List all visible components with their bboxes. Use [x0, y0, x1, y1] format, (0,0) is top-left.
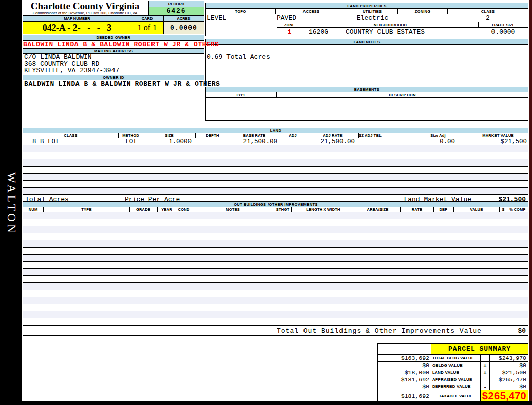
- col-topo: TOPO: [206, 9, 276, 14]
- land-adj-value: [279, 138, 307, 145]
- summary-row-total-bldg: $163,692 TOTAL BLDG VALUE $243,970: [378, 355, 528, 362]
- summary-row-obldg: $0 OBLDG VALUE + $0: [378, 362, 528, 369]
- neighborhood-name: COUNTRY CLUB ESTATES: [346, 28, 425, 36]
- summary-blank-cell: [378, 344, 431, 355]
- address-line-3: KEYSVILLE, VA 23947-3947: [24, 67, 119, 74]
- land-properties-header: LAND PROPERTIES: [206, 3, 528, 9]
- acres-label: ACRES: [164, 16, 204, 22]
- zoning-value: [398, 14, 448, 22]
- land-properties-section: LAND PROPERTIES TOPO ACCESS UTILITIES ZO…: [205, 3, 528, 36]
- land-empty-rows: [23, 145, 528, 195]
- empty-row: [23, 219, 528, 226]
- empty-row: [23, 276, 528, 283]
- right-edge-strip: [529, 0, 532, 401]
- empty-row: [23, 318, 528, 326]
- col-zoning: ZONING: [398, 9, 448, 14]
- summary-row-appraised: $181,692 APPRAISED VALUE $265,470: [378, 376, 528, 383]
- col-utilities: UTILITIES: [347, 9, 398, 14]
- empty-row: [23, 152, 528, 159]
- op-deferred: -: [481, 383, 490, 390]
- outb-col-type: TYPE: [44, 207, 130, 212]
- summary-row-land: $18,000 LAND VALUE + $21,500: [378, 369, 528, 376]
- neighborhood-value: 1620G COUNTRY CLUB ESTATES: [302, 28, 479, 36]
- summary-row-taxable: $181,692 TAXABLE VALUE $265,470: [378, 390, 528, 401]
- empty-row: [23, 262, 528, 269]
- neighborhood-label: NEIGHBORHOOD: [302, 22, 479, 27]
- land-size-adj-value: 0.00: [408, 138, 468, 145]
- outb-col-sthgt: STHGT: [274, 207, 292, 212]
- land-sz-adj-tbl-value: [359, 138, 382, 145]
- empty-row: [23, 304, 528, 311]
- deeded-owner-header: DEEDED OWNER: [23, 35, 204, 40]
- outb-col-year: YEAR: [158, 207, 176, 212]
- land-market-value: $21,500: [468, 138, 528, 145]
- label-taxable: TAXABLE VALUE: [431, 390, 481, 401]
- card-value: 1 of 1: [131, 22, 164, 34]
- address-line-2: 368 COUNTRY CLUB RD: [24, 61, 119, 68]
- outb-col-grade: GRADE: [130, 207, 158, 212]
- vertical-watermark-walton: WALTON: [0, 167, 22, 240]
- land-notes-section: LAND NOTES 0.69 Total Acres: [205, 39, 528, 86]
- parcel-summary: PARCEL SUMMARY $163,692 TOTAL BLDG VALUE…: [377, 343, 528, 402]
- land-notes-header: LAND NOTES: [205, 39, 528, 45]
- prior-appraised: $181,692: [378, 376, 431, 383]
- land-data-row: 8 B LOT LOT 1.0000 21,500.00 21,500.00 0…: [23, 138, 528, 145]
- land-col-adj-rate: ADJ RATE: [307, 133, 359, 138]
- tract-size-label: TRACT SIZE: [479, 22, 527, 27]
- label-deferred: DEFERRED VALUE: [431, 383, 481, 390]
- record-label: RECORD: [149, 1, 204, 7]
- outb-col-rate: RATE: [401, 207, 434, 212]
- land-section: LAND CLASS METHOD SIZE DEPTH BASE RATE A…: [23, 128, 528, 205]
- outb-col-s: S: [500, 207, 507, 212]
- easement-type-label: TYPE: [206, 92, 277, 97]
- access-value: PAVED: [276, 14, 347, 22]
- land-class-value: 8 B LOT: [23, 138, 119, 145]
- col-access: ACCESS: [276, 9, 347, 14]
- land-size-value: 1.0000: [143, 138, 196, 145]
- owner-id-value: BALDWIN LINDA B & BALDWIN ROBERT W JR & …: [24, 80, 220, 88]
- zone-value: 1: [277, 28, 302, 36]
- value-appraised: $265,470: [490, 376, 528, 383]
- outb-col-pct-comp: % COMP: [507, 207, 528, 212]
- tract-size-value: 0.0000: [479, 28, 527, 36]
- record-box: RECORD 6426: [148, 1, 204, 15]
- class-value: 2: [448, 14, 528, 22]
- zone-neighborhood-table: ZONE NEIGHBORHOOD TRACT SIZE 1 1620G COU…: [277, 22, 528, 36]
- label-land: LAND VALUE: [431, 369, 481, 376]
- county-title: Charlotte County Virginia: [23, 1, 147, 11]
- map-number-label: MAP NUMBER: [23, 16, 131, 22]
- address-line-1: C/O LINDA BALDWIN: [24, 54, 119, 61]
- acres-value: 0.0000: [164, 22, 204, 34]
- easement-description-label: DESCRIPTION: [277, 92, 528, 97]
- empty-row: [23, 283, 528, 290]
- op-appraised: [481, 376, 490, 383]
- outb-col-value: VALUE: [454, 207, 500, 212]
- land-col-class: CLASS: [23, 133, 119, 138]
- easements-empty-box: [205, 98, 528, 121]
- empty-row: [23, 233, 528, 240]
- land-depth-value: [196, 138, 230, 145]
- county-header: Charlotte County Virginia Commissioner o…: [23, 1, 147, 15]
- empty-row: [23, 212, 528, 219]
- op-total-bldg: [481, 355, 490, 362]
- empty-row: [23, 174, 528, 181]
- land-section-header: LAND: [23, 128, 528, 133]
- land-col-size-adj: Size Adj: [408, 133, 468, 138]
- empty-row: [23, 290, 528, 297]
- empty-row: [23, 240, 528, 248]
- value-land: $21,500: [490, 369, 528, 376]
- outb-col-cond: COND: [176, 207, 192, 212]
- commissioner-line: Commissioner of the Revenue, PO Box 308,…: [23, 11, 147, 15]
- prior-land: $18,000: [378, 369, 431, 376]
- record-value: 6426: [149, 7, 204, 15]
- empty-row: [23, 159, 528, 167]
- label-appraised: APPRAISED VALUE: [431, 376, 481, 383]
- empty-row: [23, 181, 528, 188]
- easements-header: EASEMENTS: [205, 87, 528, 92]
- land-adj-rate-value: 21,500.00: [307, 138, 359, 145]
- empty-row: [23, 248, 528, 255]
- label-obldg: OBLDG VALUE: [431, 362, 481, 369]
- land-col-market-value: MARKET VALUE: [468, 133, 528, 138]
- outb-col-dep: DEP: [434, 207, 454, 212]
- land-col-sz-adj-tbl: SZ ADJ TBL: [359, 133, 382, 138]
